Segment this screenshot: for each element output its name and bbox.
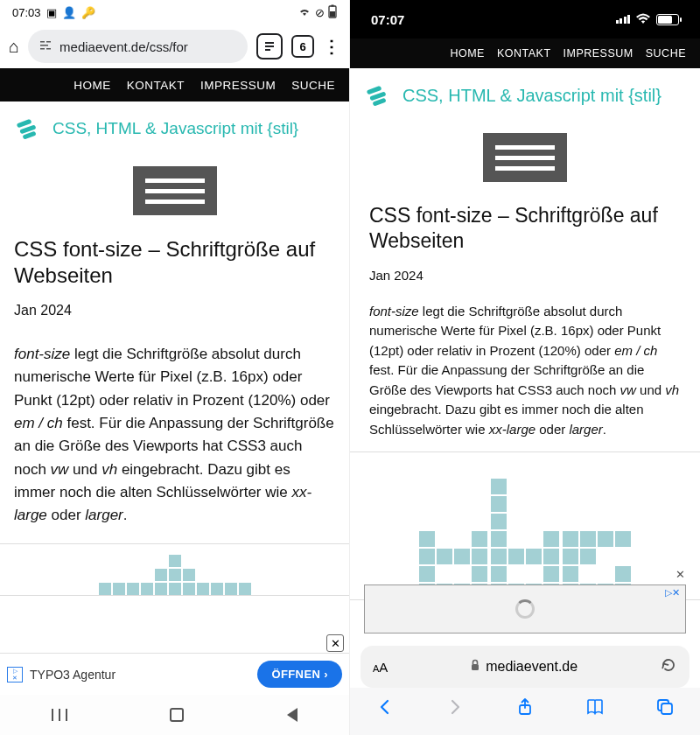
wifi-icon bbox=[298, 6, 312, 19]
overflow-menu-icon[interactable]: ⋮ bbox=[323, 36, 340, 57]
person-icon: 👤 bbox=[62, 6, 76, 19]
article-date: Jan 2024 bbox=[14, 303, 335, 318]
pixel-decoration bbox=[0, 543, 349, 596]
svg-rect-10 bbox=[265, 49, 270, 51]
svg-rect-7 bbox=[46, 48, 51, 50]
nav-suche[interactable]: SUCHE bbox=[646, 47, 686, 60]
ad-text[interactable]: TYPO3 Agentur bbox=[30, 668, 250, 682]
site-nav: HOME KONTAKT IMPRESSUM SUCHE bbox=[350, 38, 700, 68]
wifi-icon bbox=[635, 12, 651, 27]
safari-toolbar bbox=[350, 688, 700, 735]
article: CSS font-size – Schriftgröße auf Webseit… bbox=[0, 236, 349, 528]
article: CSS font-size – Schriftgröße auf Webseit… bbox=[350, 203, 700, 439]
article-paragraph: font-size legt die Schriftgröße absolut … bbox=[369, 302, 681, 440]
nav-home[interactable]: HOME bbox=[450, 47, 485, 60]
nav-impressum[interactable]: IMPRESSUM bbox=[200, 79, 276, 92]
nav-kontakt[interactable]: KONTAKT bbox=[127, 79, 185, 92]
do-not-disturb-icon: ⊘ bbox=[315, 6, 325, 19]
tabs-button[interactable] bbox=[654, 696, 676, 723]
brand-row: CSS, HTML & Javascript mit {stil} bbox=[0, 102, 349, 150]
android-nav-bar bbox=[0, 695, 349, 735]
url-field[interactable]: mediaevent.de/css/for bbox=[28, 30, 248, 63]
ad-banner: ✕ ▷✕ TYPO3 Agentur ÖFFNEN› bbox=[0, 653, 349, 695]
android-status-bar: 07:03 ▣ 👤 🔑 ⊘ bbox=[0, 0, 349, 24]
article-heading: CSS font-size – Schriftgröße auf Webseit… bbox=[369, 203, 681, 254]
brand-title[interactable]: CSS, HTML & Javascript mit {stil} bbox=[402, 86, 662, 106]
nav-kontakt[interactable]: KONTAKT bbox=[497, 47, 551, 60]
chevron-right-icon: › bbox=[324, 668, 328, 681]
hamburger-menu-button[interactable] bbox=[133, 166, 217, 215]
chrome-address-bar: ⌂ mediaevent.de/css/for 6 ⋮ bbox=[0, 24, 349, 68]
brand-title[interactable]: CSS, HTML & Javascript mit {stil} bbox=[52, 119, 298, 138]
image-icon: ▣ bbox=[46, 6, 57, 19]
hamburger-menu-button[interactable] bbox=[483, 133, 567, 182]
brand-logo-icon[interactable] bbox=[12, 114, 42, 144]
ios-status-bar: 07:07 bbox=[350, 0, 700, 38]
nav-home[interactable]: HOME bbox=[74, 79, 111, 92]
cellular-signal-icon bbox=[616, 15, 631, 24]
site-settings-icon[interactable] bbox=[38, 38, 52, 55]
ad-marker-icon[interactable]: ▷✕ bbox=[7, 667, 23, 682]
back-button[interactable] bbox=[374, 696, 396, 723]
nav-impressum[interactable]: IMPRESSUM bbox=[564, 47, 634, 60]
site-nav: HOME KONTAKT IMPRESSUM SUCHE bbox=[0, 68, 349, 102]
url-domain[interactable]: mediaevent.de bbox=[396, 659, 651, 675]
battery-icon bbox=[656, 14, 679, 25]
ad-placeholder[interactable]: ✕ ▷✕ bbox=[364, 584, 686, 634]
ad-close-button[interactable]: ✕ bbox=[676, 568, 685, 581]
loading-spinner-icon bbox=[515, 599, 535, 619]
svg-rect-17 bbox=[472, 664, 479, 670]
bookmarks-button[interactable] bbox=[584, 696, 606, 723]
ad-close-button[interactable]: ✕ bbox=[326, 634, 344, 652]
brand-logo-icon[interactable] bbox=[362, 80, 392, 110]
forward-button[interactable] bbox=[444, 696, 466, 723]
share-button[interactable] bbox=[514, 696, 536, 723]
reader-mode-button[interactable] bbox=[256, 33, 283, 60]
url-text: mediaevent.de/css/for bbox=[60, 39, 188, 54]
status-time: 07:07 bbox=[371, 12, 404, 27]
battery-icon bbox=[328, 4, 337, 21]
svg-rect-2 bbox=[330, 11, 335, 17]
article-paragraph: font-size legt die Schriftgröße absolut … bbox=[14, 343, 335, 528]
pixel-decoration bbox=[350, 452, 700, 600]
adchoices-icon[interactable]: ▷✕ bbox=[665, 587, 680, 598]
ad-open-button[interactable]: ÖFFNEN› bbox=[257, 661, 342, 688]
svg-rect-3 bbox=[40, 41, 45, 43]
recents-button[interactable] bbox=[52, 709, 67, 721]
reload-button[interactable] bbox=[660, 656, 677, 677]
svg-rect-4 bbox=[46, 41, 51, 43]
svg-rect-6 bbox=[40, 48, 45, 50]
safari-address-bar[interactable]: AA mediaevent.de bbox=[360, 646, 690, 688]
tab-switcher-button[interactable]: 6 bbox=[291, 35, 314, 58]
key-icon: 🔑 bbox=[81, 6, 95, 19]
brand-row: CSS, HTML & Javascript mit {stil} bbox=[350, 68, 700, 117]
article-date: Jan 2024 bbox=[369, 268, 681, 283]
nav-suche[interactable]: SUCHE bbox=[291, 79, 335, 92]
svg-rect-1 bbox=[332, 4, 334, 6]
svg-rect-8 bbox=[265, 42, 274, 44]
lock-icon bbox=[470, 659, 480, 675]
svg-rect-5 bbox=[40, 45, 48, 46]
svg-rect-9 bbox=[265, 46, 274, 47]
article-heading: CSS font-size – Schriftgröße auf Webseit… bbox=[14, 236, 335, 289]
status-time: 07:03 bbox=[12, 6, 41, 19]
back-button[interactable] bbox=[287, 708, 298, 722]
text-size-button[interactable]: AA bbox=[373, 660, 388, 675]
home-icon[interactable]: ⌂ bbox=[9, 37, 19, 57]
svg-rect-20 bbox=[662, 704, 672, 714]
home-button[interactable] bbox=[170, 708, 184, 722]
